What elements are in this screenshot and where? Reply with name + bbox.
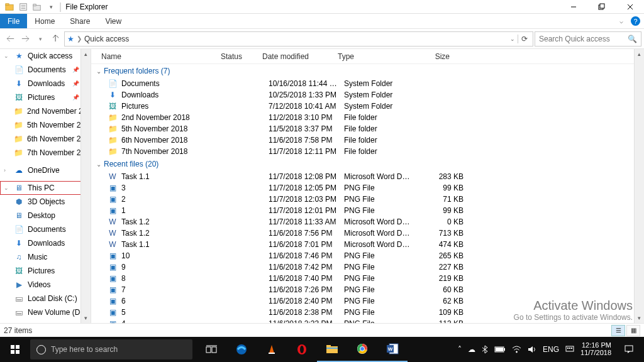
taskbar-search[interactable]: Type here to search (30, 339, 192, 359)
nav-forward-button[interactable]: 🡢 (18, 31, 33, 47)
nav-quick-access[interactable]: ⌄ ★ Quick access (0, 49, 91, 63)
nav-item[interactable]: 🖴 Local Disk (C:) (0, 292, 91, 305)
nav-item[interactable]: 📁 2nd November 2018 (0, 104, 91, 118)
list-item[interactable]: 📄 Documents 10/16/2018 11:44 … System Fo… (91, 78, 644, 89)
action-center-button[interactable] (618, 337, 640, 362)
chevron-right-icon[interactable]: › (4, 167, 10, 173)
window-close-button[interactable] (616, 0, 644, 14)
list-item[interactable]: ▣ 5 11/6/2018 2:38 PM PNG File 109 KB (91, 307, 644, 318)
chevron-down-icon[interactable]: ⌄ (4, 53, 10, 59)
taskbar-app-word[interactable]: W (377, 337, 408, 362)
list-item[interactable]: 📁 5th November 2018 11/5/2018 3:37 PM Fi… (91, 123, 644, 134)
scroll-down-icon[interactable]: ▾ (635, 313, 644, 323)
address-dropdown-icon[interactable]: ⌄ (510, 36, 515, 42)
qat-properties-icon[interactable] (16, 0, 30, 14)
nav-item[interactable]: ⬇ Downloads (0, 236, 91, 250)
help-icon[interactable]: ? (631, 16, 640, 26)
nav-item[interactable]: 🖴 New Volume (D:) (0, 305, 91, 319)
ribbon-tab-share[interactable]: Share (62, 14, 97, 28)
ribbon-tab-view[interactable]: View (97, 14, 129, 28)
view-thumbnails-button[interactable]: ▦ (626, 325, 640, 336)
nav-item[interactable]: 📄 Documents (0, 222, 91, 236)
nav-item[interactable]: 📁 5th November 2018 (0, 118, 91, 132)
taskbar-app-edge[interactable] (226, 337, 257, 362)
chevron-down-icon[interactable]: ⌄ (96, 161, 101, 168)
tray-language[interactable]: ENG (543, 345, 559, 354)
refresh-icon[interactable]: ⟳ (518, 35, 530, 43)
taskbar-app-explorer[interactable] (317, 337, 347, 362)
nav-up-button[interactable]: 🡡 (48, 31, 63, 47)
nav-this-pc[interactable]: ⌄ 🖥 This PC (0, 181, 91, 195)
nav-item[interactable]: 📁 6th November 2018 (0, 132, 91, 146)
column-type[interactable]: Type (334, 52, 409, 61)
nav-recent-dropdown[interactable]: ▾ (33, 31, 48, 47)
task-view-button[interactable] (196, 337, 226, 362)
list-item[interactable]: 📁 2nd November 2018 11/2/2018 3:10 PM Fi… (91, 112, 644, 123)
breadcrumb[interactable]: ★ ❯ Quick access ⌄ ⟳ (64, 31, 533, 47)
list-item[interactable]: ▣ 9 11/6/2018 7:42 PM PNG File 227 KB (91, 261, 644, 273)
nav-back-button[interactable]: 🡠 (3, 31, 18, 47)
group-frequent-folders[interactable]: ⌄ Frequent folders (7) (91, 64, 644, 78)
content-scrollbar[interactable]: ▴ ▾ (634, 49, 644, 323)
window-maximize-button[interactable] (587, 0, 616, 14)
qat-customize-icon[interactable]: ▾ (44, 0, 58, 14)
list-item[interactable]: ▣ 6 11/6/2018 2:40 PM PNG File 62 KB (91, 295, 644, 307)
nav-item[interactable]: 📄 Documents 📌 (0, 63, 91, 77)
scroll-up-icon[interactable]: ▴ (81, 49, 91, 59)
taskbar-app-chrome[interactable] (347, 337, 377, 362)
chevron-down-icon[interactable]: ⌄ (96, 68, 101, 75)
nav-item[interactable]: ♫ Music (0, 250, 91, 264)
column-name[interactable]: Name (97, 52, 217, 61)
start-button[interactable] (0, 337, 30, 362)
list-item[interactable]: W Task 1.1 11/6/2018 7:01 PM Microsoft W… (91, 239, 644, 250)
ribbon-tab-file[interactable]: File (0, 14, 27, 28)
tray-wifi-icon[interactable] (512, 346, 521, 353)
list-item[interactable]: W Task 1.2 11/6/2018 7:56 PM Microsoft W… (91, 228, 644, 239)
list-item[interactable]: ▣ 3 11/7/2018 12:05 PM PNG File 99 KB (91, 182, 644, 194)
scroll-down-icon[interactable]: ▾ (81, 313, 91, 323)
taskbar-app-opera[interactable] (287, 337, 317, 362)
list-item[interactable]: ▣ 1 11/7/2018 12:01 PM PNG File 99 KB (91, 205, 644, 216)
nav-item[interactable]: 📁 7th November 2018 (0, 146, 91, 160)
ribbon-tab-home[interactable]: Home (27, 14, 62, 28)
list-item[interactable]: 🖼 Pictures 7/12/2018 10:41 AM System Fol… (91, 101, 644, 112)
list-item[interactable]: ▣ 4 11/6/2018 2:33 PM PNG File 113 KB (91, 318, 644, 323)
column-date[interactable]: Date modified (258, 52, 334, 61)
list-item[interactable]: ▣ 7 11/6/2018 7:26 PM PNG File 60 KB (91, 284, 644, 295)
tray-volume-icon[interactable] (528, 346, 536, 353)
window-minimize-button[interactable] (559, 0, 587, 14)
ribbon-expand-icon[interactable]: ⌵ (614, 14, 628, 28)
tray-battery-icon[interactable] (494, 346, 506, 353)
list-item[interactable]: ▣ 2 11/7/2018 12:03 PM PNG File 71 KB (91, 194, 644, 205)
scroll-up-icon[interactable]: ▴ (635, 49, 644, 59)
qat-newfolder-icon[interactable] (30, 0, 44, 14)
list-item[interactable]: W Task 1.1 11/7/2018 12:08 PM Microsoft … (91, 171, 644, 182)
column-size[interactable]: Size (409, 52, 453, 61)
list-item[interactable]: ⬇ Downloads 10/25/2018 1:33 PM System Fo… (91, 89, 644, 101)
nav-onedrive[interactable]: › ☁ OneDrive (0, 163, 91, 177)
chevron-right-icon[interactable]: ❯ (77, 35, 82, 42)
list-item[interactable]: ▣ 10 11/6/2018 7:46 PM PNG File 265 KB (91, 250, 644, 261)
tray-bluetooth-icon[interactable] (482, 345, 488, 354)
list-item[interactable]: 📁 6th November 2018 11/6/2018 7:58 PM Fi… (91, 134, 644, 146)
nav-item[interactable]: 🖼 Pictures (0, 264, 91, 278)
list-item[interactable]: ▣ 8 11/6/2018 7:40 PM PNG File 219 KB (91, 273, 644, 284)
breadcrumb-segment[interactable]: Quick access (84, 35, 129, 43)
search-box[interactable]: Search Quick access 🔍 (535, 31, 641, 47)
nav-item[interactable]: ▶ Videos (0, 278, 91, 292)
nav-scrollbar[interactable]: ▴ ▾ (80, 49, 91, 323)
list-item[interactable]: 📁 7th November 2018 11/7/2018 12:11 PM F… (91, 146, 644, 157)
tray-clock[interactable]: 12:16 PM 11/7/2018 (580, 342, 611, 356)
nav-item[interactable]: ⬢ 3D Objects (0, 195, 91, 209)
column-status[interactable]: Status (217, 52, 258, 61)
nav-item[interactable]: 🖥 Desktop (0, 209, 91, 222)
taskbar-app-vlc[interactable] (257, 337, 287, 362)
group-recent-files[interactable]: ⌄ Recent files (20) (91, 157, 644, 171)
view-details-button[interactable]: ☰ (611, 325, 625, 336)
nav-item[interactable]: 🖼 Pictures 📌 (0, 90, 91, 104)
chevron-down-icon[interactable]: ⌄ (4, 185, 10, 191)
nav-item[interactable]: ⬇ Downloads 📌 (0, 77, 91, 90)
tray-ime-icon[interactable] (565, 346, 574, 353)
list-item[interactable]: W Task 1.2 11/7/2018 11:33 AM Microsoft … (91, 216, 644, 228)
tray-show-hidden-icon[interactable]: ˄ (458, 345, 462, 354)
